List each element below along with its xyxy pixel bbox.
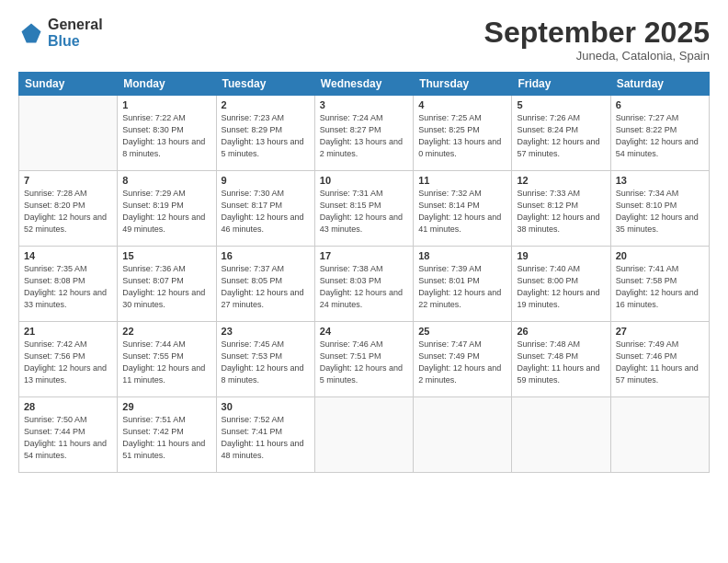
day-info: Sunrise: 7:41 AM Sunset: 7:58 PM Dayligh… (616, 263, 704, 311)
table-row (314, 397, 413, 473)
day-info: Sunrise: 7:26 AM Sunset: 8:24 PM Dayligh… (517, 112, 605, 160)
table-row: 9Sunrise: 7:30 AM Sunset: 8:17 PM Daylig… (216, 171, 314, 247)
table-row: 20Sunrise: 7:41 AM Sunset: 7:58 PM Dayli… (610, 247, 709, 322)
table-row (512, 397, 610, 473)
title-area: September 2025 Juneda, Catalonia, Spain (484, 17, 710, 63)
table-row: 18Sunrise: 7:39 AM Sunset: 8:01 PM Dayli… (414, 247, 512, 322)
day-number: 5 (517, 99, 605, 110)
day-info: Sunrise: 7:39 AM Sunset: 8:01 PM Dayligh… (418, 263, 506, 311)
table-row: 10Sunrise: 7:31 AM Sunset: 8:15 PM Dayli… (314, 171, 413, 247)
day-info: Sunrise: 7:33 AM Sunset: 8:12 PM Dayligh… (517, 188, 605, 236)
table-row: 6Sunrise: 7:27 AM Sunset: 8:22 PM Daylig… (610, 96, 709, 171)
month-title: September 2025 (484, 17, 710, 49)
day-info: Sunrise: 7:49 AM Sunset: 7:46 PM Dayligh… (616, 339, 704, 386)
table-row (610, 397, 709, 473)
table-row: 3Sunrise: 7:24 AM Sunset: 8:27 PM Daylig… (314, 96, 413, 171)
day-number: 18 (418, 250, 506, 261)
calendar-week-row: 21Sunrise: 7:42 AM Sunset: 7:56 PM Dayli… (19, 322, 710, 397)
day-number: 13 (616, 175, 704, 186)
day-info: Sunrise: 7:22 AM Sunset: 8:30 PM Dayligh… (122, 112, 210, 160)
calendar-week-row: 1Sunrise: 7:22 AM Sunset: 8:30 PM Daylig… (19, 96, 710, 171)
table-row: 29Sunrise: 7:51 AM Sunset: 7:42 PM Dayli… (118, 397, 216, 473)
table-row: 14Sunrise: 7:35 AM Sunset: 8:08 PM Dayli… (19, 247, 118, 322)
table-row: 2Sunrise: 7:23 AM Sunset: 8:29 PM Daylig… (216, 96, 314, 171)
day-info: Sunrise: 7:27 AM Sunset: 8:22 PM Dayligh… (616, 112, 704, 160)
col-sunday: Sunday (19, 73, 118, 96)
day-info: Sunrise: 7:47 AM Sunset: 7:49 PM Dayligh… (418, 339, 506, 386)
day-number: 3 (320, 99, 408, 110)
day-number: 2 (222, 99, 310, 110)
day-info: Sunrise: 7:28 AM Sunset: 8:20 PM Dayligh… (24, 188, 112, 236)
calendar-header-row: Sunday Monday Tuesday Wednesday Thursday… (19, 73, 710, 96)
table-row: 12Sunrise: 7:33 AM Sunset: 8:12 PM Dayli… (512, 171, 610, 247)
table-row: 22Sunrise: 7:44 AM Sunset: 7:55 PM Dayli… (118, 322, 216, 397)
day-info: Sunrise: 7:42 AM Sunset: 7:56 PM Dayligh… (24, 339, 112, 386)
day-info: Sunrise: 7:46 AM Sunset: 7:51 PM Dayligh… (320, 339, 408, 386)
col-monday: Monday (118, 73, 216, 96)
day-info: Sunrise: 7:40 AM Sunset: 8:00 PM Dayligh… (517, 263, 605, 311)
day-info: Sunrise: 7:48 AM Sunset: 7:48 PM Dayligh… (517, 339, 605, 386)
day-number: 16 (222, 250, 310, 261)
day-number: 12 (517, 175, 605, 186)
day-number: 8 (122, 175, 210, 186)
day-number: 20 (616, 250, 704, 261)
col-tuesday: Tuesday (216, 73, 314, 96)
logo-general-text: General (48, 17, 103, 33)
table-row: 15Sunrise: 7:36 AM Sunset: 8:07 PM Dayli… (118, 247, 216, 322)
day-number: 14 (24, 250, 112, 261)
day-number: 28 (24, 401, 112, 412)
table-row: 23Sunrise: 7:45 AM Sunset: 7:53 PM Dayli… (216, 322, 314, 397)
calendar-table: Sunday Monday Tuesday Wednesday Thursday… (18, 72, 710, 473)
day-info: Sunrise: 7:25 AM Sunset: 8:25 PM Dayligh… (418, 112, 506, 160)
logo-blue-text: Blue (48, 33, 103, 50)
day-info: Sunrise: 7:23 AM Sunset: 8:29 PM Dayligh… (222, 112, 310, 160)
table-row: 27Sunrise: 7:49 AM Sunset: 7:46 PM Dayli… (610, 322, 709, 397)
page: General Blue September 2025 Juneda, Cata… (0, 0, 728, 563)
table-row: 24Sunrise: 7:46 AM Sunset: 7:51 PM Dayli… (314, 322, 413, 397)
day-info: Sunrise: 7:36 AM Sunset: 8:07 PM Dayligh… (122, 263, 210, 311)
day-info: Sunrise: 7:35 AM Sunset: 8:08 PM Dayligh… (24, 263, 112, 311)
day-number: 17 (320, 250, 408, 261)
svg-marker-0 (22, 23, 41, 42)
day-info: Sunrise: 7:31 AM Sunset: 8:15 PM Dayligh… (320, 188, 408, 236)
day-number: 26 (517, 326, 605, 337)
day-info: Sunrise: 7:38 AM Sunset: 8:03 PM Dayligh… (320, 263, 408, 311)
day-info: Sunrise: 7:24 AM Sunset: 8:27 PM Dayligh… (320, 112, 408, 160)
table-row: 25Sunrise: 7:47 AM Sunset: 7:49 PM Dayli… (414, 322, 512, 397)
table-row (19, 96, 118, 171)
table-row: 13Sunrise: 7:34 AM Sunset: 8:10 PM Dayli… (610, 171, 709, 247)
day-number: 30 (222, 401, 310, 412)
col-thursday: Thursday (414, 73, 512, 96)
day-number: 10 (320, 175, 408, 186)
day-info: Sunrise: 7:30 AM Sunset: 8:17 PM Dayligh… (222, 188, 310, 236)
day-number: 27 (616, 326, 704, 337)
table-row: 26Sunrise: 7:48 AM Sunset: 7:48 PM Dayli… (512, 322, 610, 397)
logo-icon (18, 20, 44, 46)
calendar-week-row: 28Sunrise: 7:50 AM Sunset: 7:44 PM Dayli… (19, 397, 710, 473)
day-number: 21 (24, 326, 112, 337)
header: General Blue September 2025 Juneda, Cata… (18, 17, 710, 63)
day-number: 22 (122, 326, 210, 337)
day-number: 23 (222, 326, 310, 337)
calendar-week-row: 14Sunrise: 7:35 AM Sunset: 8:08 PM Dayli… (19, 247, 710, 322)
table-row: 21Sunrise: 7:42 AM Sunset: 7:56 PM Dayli… (19, 322, 118, 397)
day-info: Sunrise: 7:44 AM Sunset: 7:55 PM Dayligh… (122, 339, 210, 386)
col-wednesday: Wednesday (314, 73, 413, 96)
day-info: Sunrise: 7:45 AM Sunset: 7:53 PM Dayligh… (222, 339, 310, 386)
table-row: 30Sunrise: 7:52 AM Sunset: 7:41 PM Dayli… (216, 397, 314, 473)
day-info: Sunrise: 7:37 AM Sunset: 8:05 PM Dayligh… (222, 263, 310, 311)
day-info: Sunrise: 7:29 AM Sunset: 8:19 PM Dayligh… (122, 188, 210, 236)
day-info: Sunrise: 7:32 AM Sunset: 8:14 PM Dayligh… (418, 188, 506, 236)
table-row: 1Sunrise: 7:22 AM Sunset: 8:30 PM Daylig… (118, 96, 216, 171)
day-number: 25 (418, 326, 506, 337)
calendar-week-row: 7Sunrise: 7:28 AM Sunset: 8:20 PM Daylig… (19, 171, 710, 247)
table-row (414, 397, 512, 473)
day-info: Sunrise: 7:51 AM Sunset: 7:42 PM Dayligh… (122, 414, 210, 462)
day-info: Sunrise: 7:50 AM Sunset: 7:44 PM Dayligh… (24, 414, 112, 462)
day-number: 6 (616, 99, 704, 110)
table-row: 4Sunrise: 7:25 AM Sunset: 8:25 PM Daylig… (414, 96, 512, 171)
day-number: 1 (122, 99, 210, 110)
table-row: 11Sunrise: 7:32 AM Sunset: 8:14 PM Dayli… (414, 171, 512, 247)
table-row: 28Sunrise: 7:50 AM Sunset: 7:44 PM Dayli… (19, 397, 118, 473)
col-friday: Friday (512, 73, 610, 96)
